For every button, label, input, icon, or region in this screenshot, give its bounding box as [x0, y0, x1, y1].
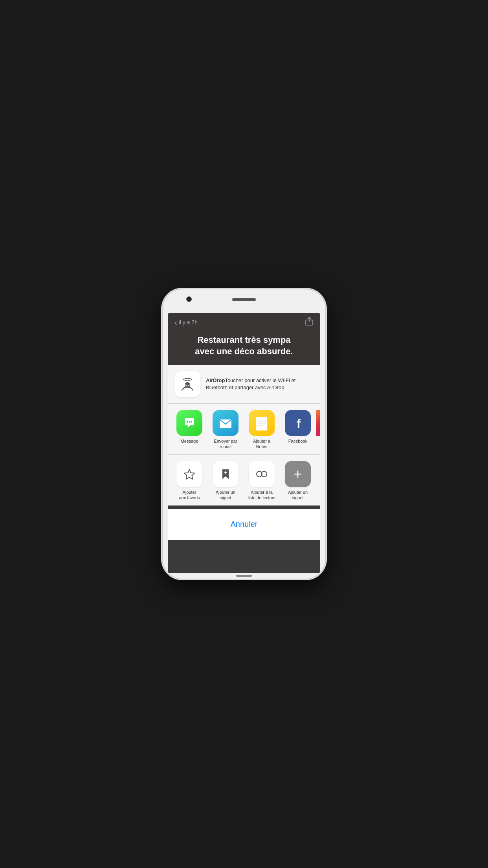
- action-item-bookmark[interactable]: Ajouter unsignet: [207, 461, 244, 501]
- action-item-reading-list[interactable]: Ajouter à laliste de lecture: [244, 461, 280, 501]
- bookmark-label: Ajouter unsignet: [216, 489, 235, 501]
- back-button[interactable]: ‹ il y a 7h: [174, 318, 198, 326]
- mute-button: [163, 348, 163, 360]
- reading-list-icon: [249, 461, 275, 487]
- app-item-notes[interactable]: Ajouter àNotes: [244, 410, 280, 450]
- app-item-instagram[interactable]: I: [316, 410, 320, 444]
- speaker: [232, 298, 256, 301]
- messages-label: Message: [181, 438, 198, 444]
- svg-marker-18: [184, 469, 194, 479]
- phone-frame: ‹ il y a 7h Restaurant très sympaavec un…: [163, 289, 325, 579]
- airdrop-section[interactable]: AirDropToucher pour activer le Wi-Fi et …: [168, 365, 320, 404]
- share-sheet: AirDropToucher pour activer le Wi-Fi et …: [168, 365, 320, 573]
- add-signet-icon: [285, 461, 311, 487]
- power-button: [325, 368, 325, 392]
- article-title: Restaurant très sympaavec une déco absur…: [168, 331, 320, 365]
- action-row: Ajouteraux favoris Ajouter unsignet: [168, 455, 320, 506]
- app-item-messages[interactable]: Message: [171, 410, 207, 444]
- svg-point-7: [191, 421, 192, 423]
- chevron-left-icon: ‹: [174, 318, 177, 326]
- airdrop-description: AirDropToucher pour activer le Wi-Fi et …: [206, 377, 314, 391]
- app-item-facebook[interactable]: f Facebook: [280, 410, 316, 444]
- mail-icon: [213, 410, 238, 436]
- airdrop-name: AirDrop: [206, 377, 225, 383]
- top-bar: ‹ il y a 7h: [168, 313, 320, 331]
- favorites-icon: [176, 461, 202, 487]
- svg-text:f: f: [297, 417, 301, 430]
- airdrop-icon: [174, 371, 200, 397]
- cancel-section: Annuler: [168, 509, 320, 540]
- home-indicator[interactable]: [236, 575, 252, 577]
- facebook-label: Facebook: [288, 438, 307, 444]
- screen-content: ‹ il y a 7h Restaurant très sympaavec un…: [168, 313, 320, 573]
- mail-label: Envoyer pare-mail: [214, 438, 237, 450]
- volume-down-button: [163, 391, 163, 408]
- cancel-button[interactable]: Annuler: [174, 514, 314, 534]
- app-row: Message Envoyer pare-mail: [168, 404, 320, 455]
- facebook-icon: f: [285, 410, 311, 436]
- bookmark-icon: [213, 461, 238, 487]
- messages-icon: [176, 410, 202, 436]
- favorites-label: Ajouteraux favoris: [179, 489, 200, 501]
- reading-list-label: Ajouter à laliste de lecture: [248, 489, 276, 501]
- notes-label: Ajouter àNotes: [253, 438, 270, 450]
- svg-point-5: [187, 421, 188, 423]
- add-signet-label: Ajouter unsignet: [288, 489, 308, 501]
- svg-point-3: [186, 383, 189, 386]
- time-ago-label: il y a 7h: [179, 319, 198, 326]
- instagram-icon: [316, 410, 320, 436]
- share-button[interactable]: [305, 317, 314, 327]
- svg-point-6: [189, 421, 190, 423]
- app-item-mail[interactable]: Envoyer pare-mail: [207, 410, 244, 450]
- notes-icon: [249, 410, 275, 436]
- volume-up-button: [163, 368, 163, 386]
- action-item-add-signet[interactable]: Ajouter unsignet: [280, 461, 316, 501]
- action-item-favorites[interactable]: Ajouteraux favoris: [171, 461, 207, 501]
- camera: [186, 296, 192, 302]
- phone-screen: ‹ il y a 7h Restaurant très sympaavec un…: [168, 313, 320, 573]
